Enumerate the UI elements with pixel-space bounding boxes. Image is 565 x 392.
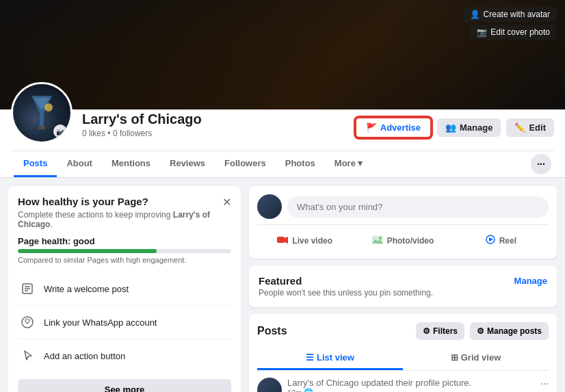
posts-card: Posts ⚙ Filters ⚙ Manage posts xyxy=(249,314,557,392)
svg-marker-10 xyxy=(285,237,288,244)
post-time-value: 12m xyxy=(287,389,302,393)
page-wrapper: 👤 Create with avatar 📷 Edit cover photo xyxy=(0,0,565,392)
right-column: Live video Photo/video Reel xyxy=(249,186,557,392)
action-button-label: Add an action button xyxy=(44,351,125,361)
post-author: Larry's of Chicago updated their profile… xyxy=(287,378,535,388)
health-label: Page health: good xyxy=(18,236,231,246)
tab-more[interactable]: More ▾ xyxy=(325,151,372,177)
camera-icon: 📷 xyxy=(477,27,487,37)
svg-rect-9 xyxy=(277,237,285,243)
svg-point-3 xyxy=(44,103,53,112)
photo-icon xyxy=(372,235,383,246)
post-time: 12m 🌐 xyxy=(287,388,535,392)
posts-title: Posts xyxy=(257,325,287,337)
manage-button[interactable]: 👥 Manage xyxy=(437,118,501,137)
edit-cover-button[interactable]: 📷 Edit cover photo xyxy=(470,25,557,40)
tab-photos[interactable]: Photos xyxy=(276,151,325,177)
manage-posts-label: Manage posts xyxy=(487,326,542,336)
progress-bar xyxy=(18,249,231,253)
main-layout: How healthy is your Page? Complete these… xyxy=(0,178,565,392)
nav-more-options-button[interactable]: ··· xyxy=(531,154,551,174)
chevron-down-icon: ▾ xyxy=(358,158,363,168)
tab-mentions[interactable]: Mentions xyxy=(102,151,160,177)
profile-name: Larry's of Chicago xyxy=(82,112,355,127)
post-avatar xyxy=(257,378,282,392)
post-author-name: Larry's of Chicago xyxy=(287,378,358,388)
health-card-close-button[interactable]: ✕ xyxy=(222,196,231,209)
flag-icon: 🚩 xyxy=(366,122,377,133)
profile-top: 📷 Larry's of Chicago 0 likes • 0 followe… xyxy=(11,82,554,151)
composer-input[interactable] xyxy=(287,196,549,218)
filter-icon: ⚙ xyxy=(423,326,430,336)
live-video-button[interactable]: Live video xyxy=(257,231,352,250)
health-card: How healthy is your Page? Complete these… xyxy=(8,186,241,392)
photo-label: Photo/video xyxy=(387,236,434,246)
photo-video-button[interactable]: Photo/video xyxy=(355,231,450,250)
svg-point-8 xyxy=(22,317,33,328)
tab-posts[interactable]: Posts xyxy=(14,151,57,177)
svg-rect-2 xyxy=(38,127,45,129)
post-action: updated their profile picture. xyxy=(361,378,471,388)
filters-label: Filters xyxy=(433,326,458,336)
advertise-button[interactable]: 🚩 Advertise xyxy=(355,117,432,138)
pencil-icon: ✏️ xyxy=(514,122,525,133)
health-title: How healthy is your Page? xyxy=(18,196,222,207)
reel-label: Reel xyxy=(499,236,516,246)
grid-view-tab[interactable]: ⊞ Grid view xyxy=(403,347,549,370)
write-icon xyxy=(18,279,37,298)
live-icon xyxy=(277,235,288,246)
health-note: Compared to similar Pages with high enga… xyxy=(18,256,231,264)
edit-button[interactable]: ✏️ Edit xyxy=(506,118,554,137)
featured-manage-button[interactable]: Manage xyxy=(514,276,547,286)
advertise-label: Advertise xyxy=(380,122,421,133)
svg-point-12 xyxy=(379,237,381,239)
view-tabs: ☰ List view ⊞ Grid view xyxy=(257,347,549,371)
featured-desc: People won't see this unless you pin som… xyxy=(259,288,547,298)
posts-controls: ⚙ Filters ⚙ Manage posts xyxy=(416,322,549,340)
svg-marker-15 xyxy=(489,237,493,241)
post-more-button[interactable]: ··· xyxy=(540,378,549,389)
composer-actions: Live video Photo/video Reel xyxy=(257,224,549,250)
edit-label: Edit xyxy=(529,122,546,133)
tab-about[interactable]: About xyxy=(57,151,102,177)
whatsapp-icon xyxy=(18,313,37,332)
profile-section: 📷 Larry's of Chicago 0 likes • 0 followe… xyxy=(0,82,565,178)
composer-top xyxy=(257,194,549,219)
composer-avatar xyxy=(257,194,282,219)
avatar: 📷 xyxy=(11,82,73,144)
grid-icon: ⊞ xyxy=(451,352,458,363)
see-more-button[interactable]: See more xyxy=(18,379,231,392)
profile-stats: 0 likes • 0 followers xyxy=(82,129,355,138)
profile-buttons: 🚩 Advertise 👥 Manage ✏️ Edit xyxy=(355,117,554,144)
cover-actions: 👤 Create with avatar 📷 Edit cover photo xyxy=(463,7,557,40)
list-icon: ☰ xyxy=(306,352,314,363)
list-view-label: List view xyxy=(317,352,354,363)
featured-title: Featured xyxy=(259,275,302,287)
globe-icon: 🌐 xyxy=(304,388,313,392)
nav-tabs: Posts About Mentions Reviews Followers P… xyxy=(11,151,554,177)
tab-followers[interactable]: Followers xyxy=(215,151,276,177)
action-whatsapp[interactable]: Link your WhatsApp account xyxy=(18,306,231,339)
post-item: Larry's of Chicago updated their profile… xyxy=(257,378,549,392)
action-items: Write a welcome post Link your WhatsApp … xyxy=(18,272,231,372)
posts-header: Posts ⚙ Filters ⚙ Manage posts xyxy=(257,322,549,340)
profile-info: Larry's of Chicago 0 likes • 0 followers xyxy=(82,112,355,144)
reel-button[interactable]: Reel xyxy=(454,231,549,250)
list-view-tab[interactable]: ☰ List view xyxy=(257,347,403,370)
cursor-icon xyxy=(18,346,37,365)
action-action-button[interactable]: Add an action button xyxy=(18,339,231,372)
filters-button[interactable]: ⚙ Filters xyxy=(416,322,464,340)
people-icon: 👥 xyxy=(445,122,456,133)
more-label: More xyxy=(334,158,356,168)
tab-reviews[interactable]: Reviews xyxy=(160,151,215,177)
post-meta: Larry's of Chicago updated their profile… xyxy=(287,378,535,392)
create-avatar-button[interactable]: 👤 Create with avatar xyxy=(463,7,557,22)
settings-icon: ⚙ xyxy=(477,326,484,336)
write-post-label: Write a welcome post xyxy=(44,284,129,294)
avatar-camera-button[interactable]: 📷 xyxy=(53,125,67,138)
manage-posts-button[interactable]: ⚙ Manage posts xyxy=(470,322,549,340)
avatar-icon: 👤 xyxy=(470,10,480,19)
action-write-post[interactable]: Write a welcome post xyxy=(18,272,231,306)
featured-card: Featured Manage People won't see this un… xyxy=(249,265,557,307)
reel-icon xyxy=(486,235,495,246)
